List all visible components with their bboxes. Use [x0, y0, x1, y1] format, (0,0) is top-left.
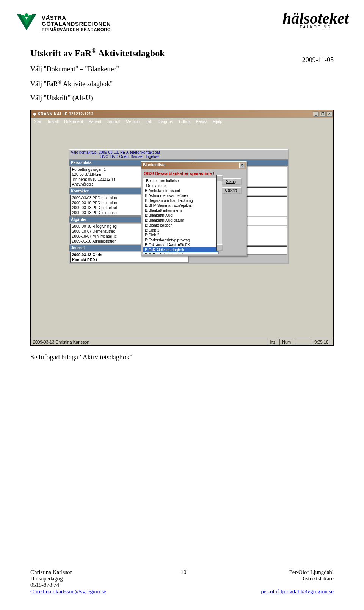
footer-left-name: Christina Karlsson — [30, 569, 106, 575]
minimize-button[interactable]: _ — [313, 111, 319, 117]
dialog-close-button[interactable]: ✕ — [239, 163, 245, 168]
page-title: Utskrift av FaR® Aktivitetsdagbok — [30, 47, 334, 58]
footer-right-title: Distriktsläkare — [261, 575, 334, 582]
list-item[interactable]: B:Blanketthuvud datum — [143, 218, 218, 223]
list-item[interactable]: B:Diab 1 — [143, 228, 218, 233]
vg-line1: VÄSTRA — [42, 15, 111, 21]
list-item[interactable]: B:Blankt papper — [143, 223, 218, 228]
status-ins: Ins — [267, 339, 278, 345]
svg-point-0 — [25, 13, 28, 17]
page-number: 10 — [106, 569, 261, 595]
footer-right-email[interactable]: per-olof.ljungdahl@vgregion.se — [261, 588, 334, 594]
list-item[interactable]: B:Begäran om handräckning — [143, 198, 218, 203]
menubar[interactable]: Start Inställ Dokument Patient Journal M… — [31, 118, 333, 125]
status-num: Num — [279, 339, 293, 345]
list-item[interactable]: B:BHV Sammanfattn/epikris — [143, 203, 218, 208]
footer-left-title: Hälsopedagog — [30, 575, 106, 582]
vg-line2: GÖTALANDSREGIONEN — [42, 21, 111, 27]
vg-mark-icon — [15, 11, 38, 36]
blankettlista-dialog: Blankettlista ✕ OBS! Dessa blanketter sp… — [141, 161, 247, 256]
menu-item[interactable]: Inställ — [48, 119, 59, 124]
page-footer: Christina Karlsson Hälsopedagog 0515-878… — [30, 569, 334, 595]
list-item[interactable]: B:FaR Info fysisk aktivit — [143, 252, 218, 254]
list-item[interactable]: B:Ambulanstransport — [143, 188, 218, 193]
instruction-1: Välj "Dokument" – "Blanketter" — [30, 65, 334, 73]
menu-item[interactable]: Diagnos — [158, 119, 173, 124]
menu-item[interactable]: Dokument — [64, 119, 83, 124]
halsoteket-logo: hälsoteket FALKÖPING — [282, 11, 349, 29]
document-date: 2009-11-05 — [302, 56, 334, 64]
status-left: 2009-03-13 Christina Karlsson — [33, 340, 89, 344]
menu-item[interactable]: Medicin — [126, 119, 140, 124]
maximize-button[interactable]: ❐ — [320, 111, 326, 117]
list-item-selected[interactable]: B:FaR Aktivitetsdagbok — [143, 247, 218, 252]
list-item[interactable]: B:Astma uteblivande/brev — [143, 193, 218, 198]
scrollbar[interactable] — [216, 175, 222, 251]
menu-item[interactable]: Hjälp — [213, 119, 222, 124]
menu-item[interactable]: Journal — [107, 119, 120, 124]
contact-info: Vald kontakttyp: 2009-03-13, PED, telefo… — [69, 150, 288, 159]
vg-line3: PRIMÄRVÅRDEN SKARABORG — [42, 28, 111, 32]
blankett-list[interactable]: -Besked om kallelse -Ordinationer B:Ambu… — [143, 178, 219, 254]
instruction-3: Välj "Utskrift" (Alt-U) — [30, 94, 334, 102]
status-time: 9:35:16 — [312, 339, 331, 345]
vg-logo: VÄSTRA GÖTALANDSREGIONEN PRIMÄRVÅRDEN SK… — [15, 11, 111, 36]
dialog-title: Blankettlista — [143, 163, 165, 168]
print-button[interactable]: Utskrift — [220, 187, 242, 194]
close-button[interactable]: Stäng — [220, 178, 242, 185]
app-screenshot: ◆ KRANK KALLE 121212-1212 _ ❐ ✕ Start In… — [30, 110, 334, 346]
footer-right-name: Per-Olof Ljungdahl — [261, 569, 334, 575]
instruction-after: Se bifogad bilaga "Aktivitetsdagbok" — [30, 353, 334, 361]
list-item[interactable]: B:Fakt-underl Avst möteFK — [143, 243, 218, 247]
window-title: KRANK KALLE 121212-1212 — [38, 112, 93, 116]
instruction-2: Välj "FaR® Aktivitetsdagbok" — [30, 79, 334, 88]
list-item[interactable]: -Ordinationer — [143, 183, 218, 188]
app-icon: ◆ — [33, 112, 36, 117]
menu-item[interactable]: Patient — [88, 119, 101, 124]
list-item[interactable]: B:Diab 2 — [143, 233, 218, 238]
statusbar: 2009-03-13 Christina Karlsson Ins Num 9:… — [31, 338, 333, 345]
menu-item[interactable]: Kassa — [196, 119, 208, 124]
menu-item[interactable]: Lab — [145, 119, 152, 124]
window-titlebar: ◆ KRANK KALLE 121212-1212 _ ❐ ✕ — [31, 110, 333, 118]
list-item[interactable]: B:Faderskapsintyg provtag — [143, 238, 218, 243]
list-item[interactable]: B:Blanketthuvud — [143, 213, 218, 218]
list-item[interactable]: -Besked om kallelse — [143, 178, 218, 183]
status-blank — [295, 339, 310, 345]
footer-left-phone: 0515-878 74 — [30, 582, 106, 588]
footer-left-email[interactable]: Christina.r.karlsson@vgregion.se — [30, 588, 106, 594]
menu-item[interactable]: Tidbok — [178, 119, 191, 124]
menu-item[interactable]: Start — [34, 119, 42, 124]
halso-script: hälsoteket — [282, 11, 349, 26]
dialog-warning: OBS! Dessa blanketter sparas inte ! — [141, 169, 246, 178]
close-button[interactable]: ✕ — [326, 111, 333, 117]
list-item[interactable]: B:Blankett inkontinens — [143, 208, 218, 213]
